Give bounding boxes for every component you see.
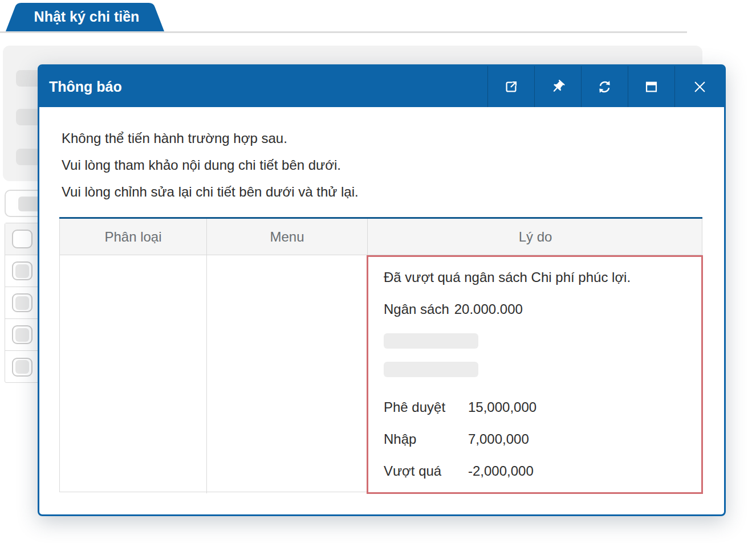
detail-value: 7,000,000 [468,423,529,455]
screen: Nhật ký chi tiền Thông báo [0,0,752,560]
dialog-header-actions [487,66,724,107]
detail-value: 15,000,000 [468,391,536,423]
detail-row-exceeded: Vượt quá -2,000,000 [384,455,701,487]
column-header-menu: Menu [206,219,367,255]
reason-details: Phê duyệt 15,000,000 Nhập 7,000,000 Vượt… [384,391,701,487]
page-divider [0,31,687,33]
pin-button[interactable] [534,66,581,107]
detail-row-entered: Nhập 7,000,000 [384,423,701,455]
column-header-phan-loai: Phân loại [60,219,206,255]
tab-label: Nhật ký chi tiền [6,3,168,31]
close-icon [692,79,708,95]
budget-value: 20.000.000 [454,301,523,317]
close-button[interactable] [674,66,724,107]
message-line: Vui lòng chỉnh sửa lại chi tiết bên dưới… [62,178,359,205]
maximize-icon [644,79,659,95]
checkbox-icon [12,293,32,312]
tab-nhat-ky-chi-tien[interactable]: Nhật ký chi tiền [6,3,168,31]
checkbox-icon [12,358,32,377]
refresh-button[interactable] [581,66,628,107]
message-line: Vui lòng tham khảo nội dung chi tiết bên… [62,152,359,178]
dialog-title: Thông báo [39,79,122,95]
dialog-header: Thông báo [39,66,724,107]
error-table: Phân loại Menu Lý do Đã vượt quá ngân sá… [59,217,702,492]
message-line: Không thể tiến hành trường hợp sau. [62,125,359,152]
budget-label: Ngân sách [384,301,449,317]
checkbox-icon [12,230,32,248]
refresh-icon [597,79,612,95]
column-header-ly-do: Lý do [367,219,703,255]
cell-menu [206,255,367,493]
reason-budget: Ngân sách20.000.000 [384,293,701,325]
skeleton-bar [384,362,478,377]
detail-label: Vượt quá [384,455,468,487]
detail-value: -2,000,000 [468,455,534,487]
maximize-button[interactable] [628,66,674,107]
dialog-messages: Không thể tiến hành trường hợp sau. Vui … [62,125,359,205]
detail-label: Nhập [384,423,468,455]
open-in-new-window-icon [503,79,519,95]
cell-ly-do-error: Đã vượt quá ngân sách Chi phí phúc lợi. … [367,255,703,494]
table-row: Đã vượt quá ngân sách Chi phí phúc lợi. … [59,255,702,492]
open-in-new-window-button[interactable] [487,66,534,107]
detail-row-approved: Phê duyệt 15,000,000 [384,391,701,423]
notification-dialog: Thông báo [38,64,726,516]
error-table-header: Phân loại Menu Lý do [59,219,702,255]
checkbox-icon [12,261,32,280]
pin-icon [550,79,566,95]
cell-phan-loai [60,255,206,493]
reason-message: Đã vượt quá ngân sách Chi phí phúc lợi. [384,261,701,293]
detail-label: Phê duyệt [384,391,468,423]
skeleton-bar [384,333,478,349]
checkbox-icon [12,325,32,344]
